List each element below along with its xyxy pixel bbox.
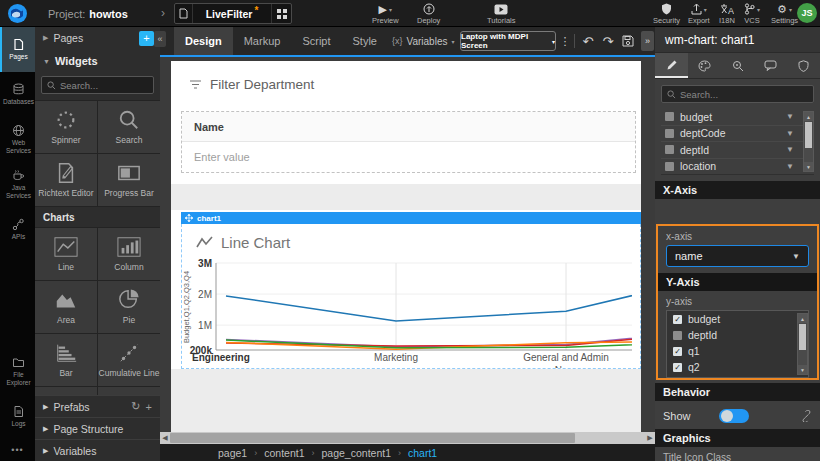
scroll-up-icon[interactable]: ▲: [804, 112, 813, 121]
widget-selection-header[interactable]: chart1: [181, 212, 641, 224]
graphics-section-header[interactable]: Graphics: [655, 429, 820, 447]
widget-tile-spinner[interactable]: Spinner: [35, 101, 97, 153]
user-avatar[interactable]: JS: [797, 3, 817, 23]
widget-search-input[interactable]: [60, 80, 148, 91]
chart-widget-selected[interactable]: chart1 Line Chart 3M2M1M200kEngineeringM…: [181, 212, 641, 369]
sidebar-item-pages[interactable]: Pages: [0, 27, 35, 72]
y-axis-list-scrollbar[interactable]: ▲ ▼: [797, 313, 808, 375]
column-option-deptid[interactable]: deptId ▼: [661, 142, 814, 159]
wavemaker-logo-icon[interactable]: [8, 4, 27, 23]
y-option-q2[interactable]: ✓ q2: [667, 359, 808, 375]
widget-tile-pie[interactable]: Pie: [98, 281, 160, 333]
horizontal-scrollbar[interactable]: ◀ ▶: [160, 432, 655, 444]
chevron-down-icon[interactable]: ▼: [786, 162, 794, 171]
column-list-scrollbar[interactable]: ▲ ▼: [803, 111, 814, 172]
scroll-up-icon[interactable]: ▲: [798, 314, 807, 323]
scrollbar-thumb[interactable]: [799, 324, 806, 350]
save-icon[interactable]: [620, 27, 636, 55]
y-option-deptid[interactable]: deptId: [667, 327, 808, 343]
preview-button[interactable]: ▶▾ Preview: [372, 3, 399, 25]
widget-tile-bar[interactable]: Bar: [35, 334, 97, 386]
filter-name-input[interactable]: [194, 151, 394, 163]
sidebar-item-logs[interactable]: Logs: [0, 394, 35, 439]
properties-search-input[interactable]: [680, 89, 808, 100]
tab-security[interactable]: [787, 53, 820, 78]
tab-search-props[interactable]: [721, 53, 754, 78]
checkbox-icon[interactable]: [665, 145, 674, 154]
redo-icon[interactable]: ↷: [600, 27, 616, 55]
scrollbar-thumb[interactable]: [805, 122, 812, 148]
add-prefab-icon[interactable]: +: [146, 401, 152, 413]
scrollbar-thumb[interactable]: [170, 433, 575, 443]
checkbox-icon[interactable]: [673, 331, 682, 340]
widget-tile-column[interactable]: Column: [98, 228, 160, 280]
rail-more-button[interactable]: •••: [0, 439, 35, 461]
chevron-down-icon[interactable]: ▼: [786, 112, 794, 121]
tab-events[interactable]: [754, 53, 787, 78]
x-axis-section-header[interactable]: X-Axis: [655, 181, 820, 199]
refresh-icon[interactable]: ↻: [131, 400, 140, 413]
page-tab-livefilter[interactable]: LiveFilter*: [174, 3, 292, 24]
security-button[interactable]: Security: [653, 3, 680, 25]
widget-search-box[interactable]: [41, 76, 154, 94]
collapse-right-panel-button[interactable]: »: [641, 31, 654, 51]
scroll-left-icon[interactable]: ◀: [160, 434, 170, 442]
widget-tile-progress-bar[interactable]: Progress Bar: [98, 154, 160, 206]
widget-tile-area[interactable]: Area: [35, 281, 97, 333]
checkbox-icon[interactable]: [665, 162, 674, 171]
widget-tile-cumulative-line[interactable]: Cumulative Line: [98, 334, 160, 386]
variables-button[interactable]: {x} Variables ▾: [392, 27, 454, 55]
prefabs-section-row[interactable]: ▶ Prefabs ↻ +: [35, 395, 160, 417]
tab-style[interactable]: Style: [342, 27, 388, 55]
chevron-down-icon[interactable]: ▼: [786, 129, 794, 138]
breadcrumb-page-content1[interactable]: page_content1: [322, 447, 391, 459]
checkbox-icon[interactable]: ✓: [673, 315, 682, 324]
scroll-down-icon[interactable]: ▼: [798, 365, 807, 374]
settings-button[interactable]: ⚙▾ Settings: [771, 3, 798, 25]
widget-tile-line[interactable]: Line: [35, 228, 97, 280]
properties-search-box[interactable]: [661, 85, 814, 103]
sidebar-item-java-services[interactable]: Java Services: [0, 162, 35, 207]
breadcrumb-page1[interactable]: page1: [218, 447, 247, 459]
livefilter-widget[interactable]: Name: [181, 111, 636, 173]
show-toggle[interactable]: [719, 409, 749, 423]
chevron-down-icon[interactable]: ▼: [786, 145, 794, 154]
bind-property-icon[interactable]: [800, 410, 812, 422]
checkbox-icon[interactable]: [665, 112, 674, 121]
tab-script[interactable]: Script: [291, 27, 341, 55]
scroll-down-icon[interactable]: ▼: [804, 162, 813, 171]
sidebar-item-apis[interactable]: APIs: [0, 207, 35, 252]
add-page-button[interactable]: +: [139, 31, 154, 46]
sidebar-item-databases[interactable]: Databases: [0, 72, 35, 117]
widgets-section-row[interactable]: ▼ Widgets: [35, 49, 160, 73]
tab-properties[interactable]: [655, 53, 688, 78]
vcs-button[interactable]: ▾ VCS: [744, 3, 760, 25]
collapse-left-panel-button[interactable]: «: [154, 31, 166, 47]
kebab-menu-icon[interactable]: ⋮: [559, 27, 571, 55]
tab-styles[interactable]: [688, 53, 721, 78]
column-option-budget[interactable]: budget ▼: [661, 109, 814, 126]
widget-tile-search[interactable]: Search: [98, 101, 160, 153]
y-option-q3[interactable]: ✓ q3: [667, 375, 808, 378]
checkbox-icon[interactable]: [665, 129, 674, 138]
export-button[interactable]: ▾ Export: [688, 3, 710, 25]
page-layout-grid-icon[interactable]: [271, 4, 291, 23]
page-canvas[interactable]: Filter Department Name chart1 Line Chart: [171, 61, 641, 432]
y-option-budget[interactable]: ✓ budget: [667, 311, 808, 327]
y-option-q1[interactable]: ✓ q1: [667, 343, 808, 359]
pages-section-row[interactable]: ▶ Pages +: [35, 27, 160, 49]
breadcrumb-content1[interactable]: content1: [264, 447, 304, 459]
checkbox-icon[interactable]: ✓: [673, 363, 682, 372]
widget-tile-richtext-editor[interactable]: Richtext Editor: [35, 154, 97, 206]
i18n-button[interactable]: A I18N: [719, 3, 735, 25]
x-axis-select[interactable]: name ▼: [666, 245, 809, 267]
device-selector[interactable]: Laptop with MDPI Screen ▾: [460, 31, 556, 51]
variables-section-row[interactable]: ▶ Variables: [35, 439, 160, 461]
breadcrumb-chart1[interactable]: chart1: [408, 447, 437, 459]
undo-icon[interactable]: ↶: [580, 27, 596, 55]
scroll-right-icon[interactable]: ▶: [645, 434, 655, 442]
sidebar-item-file-explorer[interactable]: File Explorer: [0, 349, 35, 394]
tutorials-button[interactable]: Tutorials: [487, 3, 515, 25]
deploy-button[interactable]: Deploy: [417, 3, 440, 25]
sidebar-item-web-services[interactable]: Web Services: [0, 117, 35, 162]
